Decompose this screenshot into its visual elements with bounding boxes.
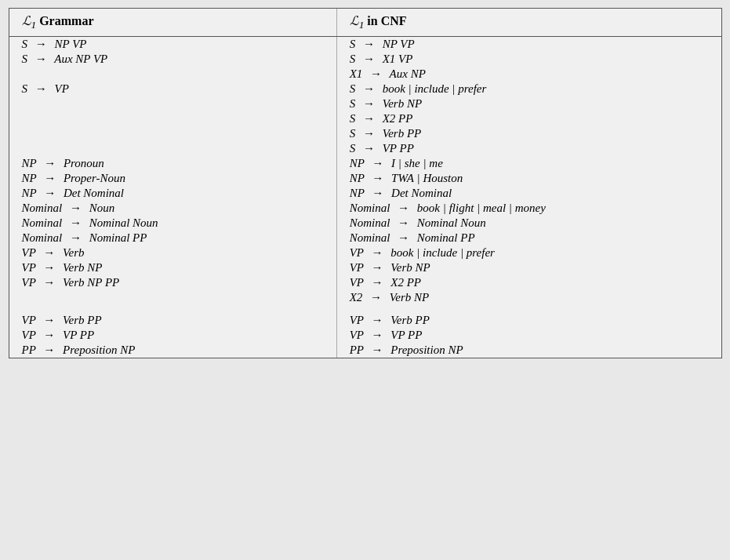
table-row: S → NP VP S → NP VP [9, 37, 721, 53]
left-grammar-cell [9, 111, 337, 126]
table-row: Nominal → Nominal Noun Nominal → Nominal… [9, 216, 721, 231]
right-header-script: ℒ [350, 14, 359, 27]
arrow-symbol: → [43, 276, 55, 289]
arrow-symbol: → [371, 276, 383, 289]
arrow-symbol: → [363, 82, 375, 95]
arrow-symbol: → [70, 202, 82, 214]
spacer-cell-left [9, 305, 337, 313]
arrow-symbol: → [370, 291, 382, 304]
right-cnf-cell: VP → Verb NP [336, 260, 721, 275]
right-cnf-cell: VP → Verb PP [336, 313, 721, 328]
arrow-symbol: → [372, 187, 383, 199]
left-column-header: ℒ1 Grammar [9, 9, 337, 37]
arrow-symbol: → [43, 261, 55, 274]
table-row: S → Verb PP [9, 126, 721, 141]
left-grammar-cell: Nominal → Noun [9, 201, 337, 216]
left-grammar-cell [9, 290, 337, 305]
left-grammar-cell: Nominal → Nominal PP [9, 231, 337, 245]
arrow-symbol: → [398, 216, 409, 229]
right-cnf-cell: X2 → Verb NP [336, 290, 721, 305]
left-grammar-cell: NP → Det Nominal [9, 186, 337, 201]
arrow-symbol: → [371, 246, 383, 259]
left-grammar-cell: VP → Verb NP [9, 260, 337, 275]
table-row: X1 → Aux NP [9, 67, 721, 82]
arrow-symbol: → [371, 261, 383, 274]
left-grammar-cell: S → VP [9, 82, 337, 96]
table-row: Nominal → Nominal PP Nominal → Nominal P… [9, 231, 721, 245]
left-grammar-cell: PP → Preposition NP [9, 343, 337, 358]
arrow-symbol: → [43, 329, 55, 341]
table-row: S → Aux NP VP S → X1 VP [9, 52, 721, 67]
right-cnf-cell: NP → TWA | Houston [336, 171, 721, 186]
right-cnf-cell: S → X1 VP [336, 52, 721, 67]
right-cnf-cell: VP → X2 PP [336, 275, 721, 290]
right-cnf-cell: Nominal → Nominal PP [336, 231, 721, 245]
arrow-symbol: → [43, 344, 55, 356]
right-cnf-cell: S → NP VP [336, 37, 721, 53]
left-grammar-cell: S → Aux NP VP [9, 52, 337, 67]
table-row: S → Verb NP [9, 96, 721, 111]
right-cnf-cell: S → book | include | prefer [336, 82, 721, 96]
arrow-symbol: → [35, 38, 47, 50]
arrow-symbol: → [363, 127, 375, 140]
table-row: X2 → Verb NP [9, 290, 721, 305]
table-row: NP → Proper-Noun NP → TWA | Houston [9, 171, 721, 186]
arrow-symbol: → [371, 329, 383, 341]
arrow-symbol: → [43, 246, 55, 259]
arrow-symbol: → [398, 202, 409, 214]
arrow-symbol: → [370, 67, 382, 80]
table-row: S → X2 PP [9, 111, 721, 126]
left-header-script: ℒ [22, 14, 31, 27]
right-column-header: ℒ1 in CNF [336, 9, 721, 37]
table-row: VP → Verb PP VP → Verb PP [9, 313, 721, 328]
table-row: NP → Det Nominal NP → Det Nominal [9, 186, 721, 201]
table-row: NP → Pronoun NP → I | she | me [9, 156, 721, 171]
right-cnf-cell: S → Verb PP [336, 126, 721, 141]
right-cnf-cell: Nominal → Nominal Noun [336, 216, 721, 231]
left-grammar-cell: NP → Proper-Noun [9, 171, 337, 186]
left-grammar-cell: NP → Pronoun [9, 156, 337, 171]
arrow-symbol: → [70, 216, 82, 229]
left-grammar-cell: VP → VP PP [9, 328, 337, 343]
right-cnf-cell: S → VP PP [336, 141, 721, 156]
right-cnf-cell: NP → I | she | me [336, 156, 721, 171]
arrow-symbol: → [363, 142, 375, 155]
left-grammar-cell: VP → Verb [9, 245, 337, 260]
left-grammar-cell: VP → Verb PP [9, 313, 337, 328]
arrow-symbol: → [371, 314, 383, 326]
arrow-symbol: → [371, 344, 383, 356]
arrow-symbol: → [44, 187, 56, 199]
right-cnf-cell: PP → Preposition NP [336, 343, 721, 358]
table-row: VP → Verb NP VP → Verb NP [9, 260, 721, 275]
arrow-symbol: → [43, 314, 55, 326]
right-cnf-cell: S → X2 PP [336, 111, 721, 126]
right-cnf-cell: NP → Det Nominal [336, 186, 721, 201]
arrow-symbol: → [372, 157, 383, 169]
right-cnf-cell: S → Verb NP [336, 96, 721, 111]
table-row: VP → Verb NP PP VP → X2 PP [9, 275, 721, 290]
right-cnf-cell: VP → book | include | prefer [336, 245, 721, 260]
arrow-symbol: → [398, 231, 409, 244]
right-cnf-cell: X1 → Aux NP [336, 67, 721, 82]
left-grammar-cell [9, 67, 337, 82]
left-grammar-cell: S → NP VP [9, 37, 337, 53]
arrow-symbol: → [363, 112, 375, 125]
arrow-symbol: → [363, 97, 375, 110]
left-grammar-cell: Nominal → Nominal Noun [9, 216, 337, 231]
left-grammar-cell [9, 96, 337, 111]
arrow-symbol: → [44, 172, 56, 184]
left-grammar-cell [9, 126, 337, 141]
arrow-symbol: → [363, 38, 375, 50]
arrow-symbol: → [372, 172, 383, 184]
arrow-symbol: → [44, 157, 56, 169]
left-grammar-cell: VP → Verb NP PP [9, 275, 337, 290]
table-row: VP → Verb VP → book | include | prefer [9, 245, 721, 260]
table-row: S → VP PP [9, 141, 721, 156]
table-row: PP → Preposition NP PP → Preposition NP [9, 343, 721, 358]
right-cnf-cell: VP → VP PP [336, 328, 721, 343]
left-grammar-cell [9, 141, 337, 156]
grammar-table-container: ℒ1 Grammar ℒ1 in CNF S → NP VP S → NP VP… [9, 8, 722, 358]
arrow-symbol: → [70, 231, 82, 244]
table-row: Nominal → Noun Nominal → book | flight |… [9, 201, 721, 216]
arrow-symbol: → [363, 53, 375, 65]
